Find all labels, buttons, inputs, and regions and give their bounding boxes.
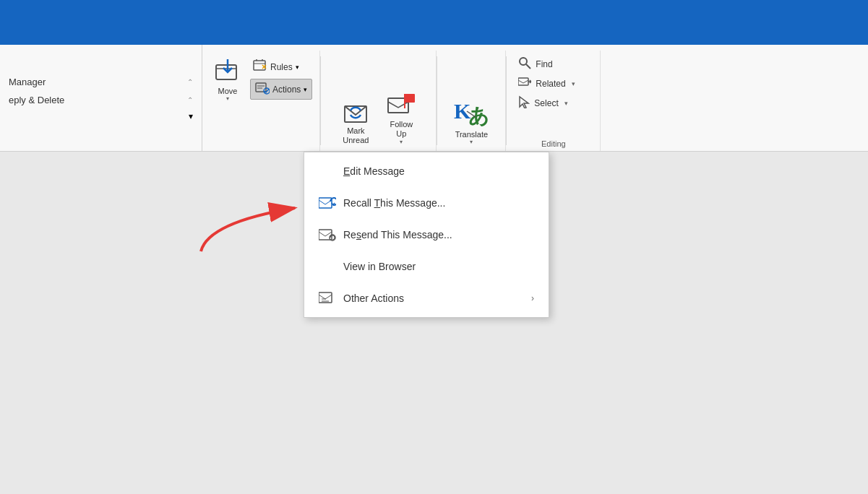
translate-icon: K あ [452,95,490,130]
reply-delete-chevron: ⌃ [187,96,193,104]
select-icon [518,95,530,110]
move-arrow: ▾ [226,95,229,102]
follow-up-arrow: ▾ [400,139,403,145]
related-label: Related [536,79,565,89]
related-icon [518,77,531,90]
actions-button[interactable]: Actions ▾ [250,79,312,100]
svg-rect-2 [256,83,266,92]
find-label: Find [536,59,552,69]
menu-item-other-actions[interactable]: Other Actions › [304,282,549,314]
follow-up-icon [387,92,416,120]
reply-delete-label: eply & Delete [9,95,64,105]
actions-arrow: ▾ [304,86,307,93]
reply-delete-item[interactable]: eply & Delete ⌃ [9,93,193,107]
rules-icon [253,59,267,74]
svg-point-10 [520,58,527,65]
other-actions-icon [319,290,336,307]
mark-unread-button[interactable]: MarkUnread [336,98,376,148]
other-actions-label: Other Actions [343,292,404,304]
rules-arrow: ▾ [296,64,299,71]
ribbon-left-panel: Manager ⌃ eply & Delete ⌃ ▾ [0,45,202,151]
related-arrow: ▾ [572,80,575,87]
resend-message-label: Resend This Message... [343,229,452,240]
edit-message-icon [319,162,336,180]
select-button[interactable]: Select ▾ [515,94,591,112]
resend-message-icon [319,226,336,243]
select-arrow: ▾ [564,100,568,107]
editing-group-label: Editing [541,139,566,151]
menu-item-edit-message[interactable]: Edit Message [304,155,549,187]
actions-dropdown-menu: Edit Message Recall This Message... Rese… [304,152,549,318]
rules-button[interactable]: Rules ▾ [250,58,312,76]
svg-rect-1 [254,61,265,70]
follow-up-button[interactable]: FollowUp ▾ [382,90,421,148]
ribbon-groups: Move ▾ [202,45,868,151]
related-button[interactable]: Related ▾ [515,76,591,91]
ribbon: Manager ⌃ eply & Delete ⌃ ▾ [0,45,868,152]
tags-group: MarkUnread [321,51,437,151]
title-bar [0,0,868,45]
svg-rect-7 [404,94,405,108]
move-button[interactable]: Move ▾ [210,55,246,105]
view-browser-label: View in Browser [343,261,416,272]
select-label: Select [534,98,558,108]
mark-unread-label: MarkUnread [343,126,369,145]
move-label: Move [218,87,238,95]
rules-label: Rules [270,62,293,72]
actions-icon [255,82,270,97]
manager-chevron: ⌃ [187,78,193,86]
mark-unread-icon [342,100,369,126]
svg-rect-13 [319,198,332,208]
svg-rect-12 [518,78,528,85]
menu-item-recall-message[interactable]: Recall This Message... [304,187,549,219]
other-actions-arrow: › [531,293,534,303]
view-browser-icon [319,258,336,275]
manager-label: Manager [9,77,46,87]
svg-rect-0 [216,65,236,79]
translate-button[interactable]: K あ Translate ▾ [446,92,497,148]
move-group: Move ▾ [202,51,320,151]
actions-label: Actions [272,84,301,95]
menu-item-resend-message[interactable]: Resend This Message... [304,219,549,251]
translate-arrow: ▾ [470,139,473,145]
find-icon [518,56,531,72]
translate-group: K あ Translate ▾ [437,51,506,151]
svg-rect-6 [405,94,415,103]
svg-text:あ: あ [468,105,489,127]
find-button[interactable]: Find [515,55,591,73]
stub-bottom: ▾ [9,111,193,121]
editing-group: Find Related ▾ [507,51,601,151]
move-icon [215,58,241,85]
follow-up-label: FollowUp [390,120,413,139]
recall-message-label: Recall This Message... [343,197,445,209]
stub-bottom-icon: ▾ [189,111,193,121]
recall-message-icon [319,194,336,212]
edit-message-label: Edit Message [343,165,405,177]
translate-label: Translate [455,130,488,139]
manager-item[interactable]: Manager ⌃ [9,75,193,89]
svg-line-11 [526,64,530,69]
menu-item-view-browser[interactable]: View in Browser [304,251,549,282]
